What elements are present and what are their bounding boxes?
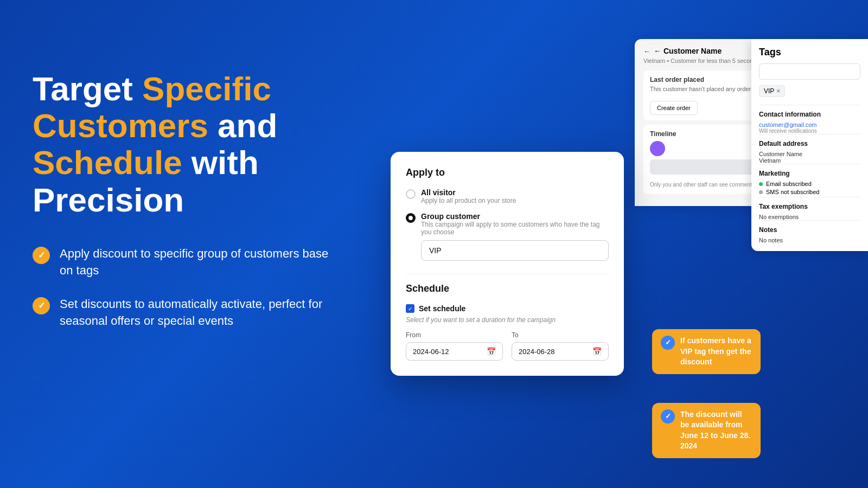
headline-part1: Target — [33, 70, 142, 107]
radio-label-text: All visitor — [421, 188, 516, 197]
list-item: Set discounts to automatically activate,… — [33, 296, 342, 330]
calendar-icon-to: 📅 — [592, 347, 602, 356]
email-subscribed-label: Email subscribed — [766, 181, 812, 187]
radio-label-group: Group customer This campaign will apply … — [421, 212, 609, 261]
schedule-section: Schedule Set schedule Select if you want… — [406, 283, 609, 361]
email-note: Will receive notifications — [759, 128, 860, 134]
radio-circle-group-customer[interactable] — [406, 213, 416, 223]
schedule-hint: Select if you want to set a duration for… — [406, 316, 609, 324]
green-dot-icon — [759, 182, 763, 186]
to-label: To — [512, 331, 609, 339]
tooltip-dates: The discount will be available from June… — [652, 403, 761, 458]
list-item: Apply discount to specific group of cust… — [33, 246, 342, 279]
create-order-button[interactable]: Create order — [650, 101, 698, 115]
radio-group: All visitor Apply to all product on your… — [406, 188, 609, 261]
default-address-title: Default address — [759, 134, 860, 147]
radio-label-group-text: Group customer — [421, 212, 609, 221]
schedule-title: Schedule — [406, 283, 609, 294]
bullet-text-2: Set discounts to automatically activate,… — [60, 296, 342, 330]
schedule-checkbox[interactable] — [406, 304, 414, 313]
radio-label-all-visitor: All visitor Apply to all product on your… — [421, 188, 516, 204]
from-label: From — [406, 331, 503, 339]
contact-info-title: Contact information — [759, 105, 860, 118]
tooltip-vip: If customers have a VIP tag then get the… — [652, 329, 761, 374]
remove-tag-button[interactable]: × — [776, 87, 780, 95]
left-content: Target Specific Customers and Schedule w… — [33, 70, 412, 330]
tax-title: Tax exemptions — [759, 197, 860, 210]
gray-dot-icon — [759, 190, 763, 194]
tags-input[interactable] — [759, 63, 860, 80]
radio-circle-all-visitor[interactable] — [406, 189, 416, 199]
tooltip-text-1: If customers have a VIP tag then get the… — [680, 336, 752, 368]
headline-highlight2: Schedule — [33, 144, 182, 181]
address-line1: Customer Name — [759, 151, 860, 157]
tag-chip-vip: VIP × — [759, 85, 785, 97]
from-date-field: From 2024-06-12 📅 — [406, 331, 503, 361]
marketing-title: Marketing — [759, 164, 860, 177]
crm-customer-name: ← Customer Name — [654, 47, 722, 55]
schedule-checkbox-label: Set schedule — [419, 304, 465, 313]
tags-panel-title: Tags — [759, 47, 860, 58]
timeline-avatar — [650, 141, 665, 156]
contact-email: customer@gmail.com — [759, 121, 860, 128]
check-icon — [33, 297, 50, 314]
radio-desc-text: Apply to all product on your store — [421, 197, 516, 204]
tag-filter-input[interactable] — [421, 240, 609, 261]
modal-card: Apply to All visitor Apply to all produc… — [391, 152, 624, 376]
headline-part2: and — [208, 107, 277, 144]
from-date-input[interactable]: 2024-06-12 📅 — [406, 342, 503, 361]
headline: Target Specific Customers and Schedule w… — [33, 70, 412, 219]
from-date-value: 2024-06-12 — [413, 348, 449, 356]
to-date-value: 2024-06-28 — [519, 348, 555, 356]
notes-value: No notes — [759, 237, 860, 243]
tag-chip-container: VIP × — [759, 85, 860, 97]
marketing-email-row: Email subscribed — [759, 181, 860, 187]
apply-to-title: Apply to — [406, 167, 609, 178]
marketing-sms-row: SMS not subscribed — [759, 189, 860, 195]
tag-chip-label: VIP — [764, 87, 774, 95]
date-row: From 2024-06-12 📅 To 2024-06-28 📅 — [406, 331, 609, 361]
divider — [406, 274, 609, 274]
tooltip-check-icon-1 — [661, 336, 675, 350]
notes-title: Notes — [759, 220, 860, 234]
tax-value: No exemptions — [759, 214, 860, 220]
radio-item-all-visitor[interactable]: All visitor Apply to all product on your… — [406, 188, 609, 204]
bullet-list: Apply discount to specific group of cust… — [33, 246, 412, 330]
set-schedule-checkbox-row[interactable]: Set schedule — [406, 304, 609, 313]
tooltip-check-icon-2 — [661, 409, 675, 423]
contact-section: Contact information customer@gmail.com W… — [759, 105, 860, 243]
timeline-hint: Only you and other staff can see comment… — [650, 182, 755, 188]
address-line2: Vietnam — [759, 157, 860, 164]
sms-label: SMS not subscribed — [766, 189, 819, 195]
tooltip-text-2: The discount will be available from June… — [680, 409, 752, 452]
to-date-input[interactable]: 2024-06-28 📅 — [512, 342, 609, 361]
tags-panel: Tags VIP × Contact information customer@… — [751, 39, 868, 251]
radio-item-group-customer[interactable]: Group customer This campaign will apply … — [406, 212, 609, 261]
check-icon — [33, 247, 50, 264]
calendar-icon-from: 📅 — [487, 347, 496, 356]
radio-desc-group-text: This campaign will apply to some custome… — [421, 221, 609, 236]
to-date-field: To 2024-06-28 📅 — [512, 331, 609, 361]
bullet-text-1: Apply discount to specific group of cust… — [60, 246, 342, 279]
